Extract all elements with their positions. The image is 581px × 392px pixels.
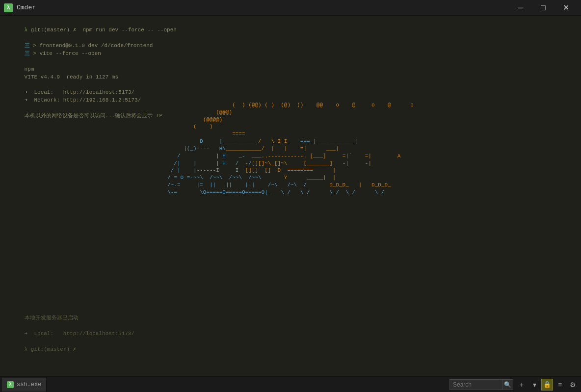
bottom-bar: λ ssh.exe 🔍 + ▾ 🔒 ≡ ⚙ [0, 376, 581, 392]
add-tab-button[interactable]: + [516, 379, 528, 391]
tab-label: ssh.exe [17, 381, 41, 388]
extra-terminal-lines: 本地开发服务器已启动 ➜ Local: http://localhost:517… [5, 307, 134, 362]
title-bar-title: Cmder [17, 4, 509, 11]
tab-ssh[interactable]: λ ssh.exe [2, 378, 47, 392]
minimize-button[interactable]: ─ [509, 0, 532, 16]
settings-button[interactable]: ⚙ [567, 379, 579, 391]
tab-dropdown-button[interactable]: ▾ [528, 379, 540, 391]
title-bar: λ Cmder ─ □ ✕ [0, 0, 581, 16]
close-button[interactable]: ✕ [555, 0, 577, 16]
ascii-art: ( ) (@@) ( ) (@) () @@ o @ o @ o (@@@) (… [167, 94, 414, 204]
maximize-button[interactable]: □ [532, 0, 555, 16]
tab-icon: λ [7, 381, 14, 388]
list-button[interactable]: ≡ [554, 379, 566, 391]
app-icon: λ [4, 3, 13, 12]
search-button[interactable]: 🔍 [502, 379, 513, 390]
search-box: 🔍 [449, 379, 513, 390]
window-controls: ─ □ ✕ [509, 0, 577, 16]
terminal-area: λ git:(master) ✗ npm run dev --force -- … [0, 16, 581, 376]
lock-icon[interactable]: 🔒 [541, 379, 553, 391]
search-input[interactable] [450, 381, 502, 388]
